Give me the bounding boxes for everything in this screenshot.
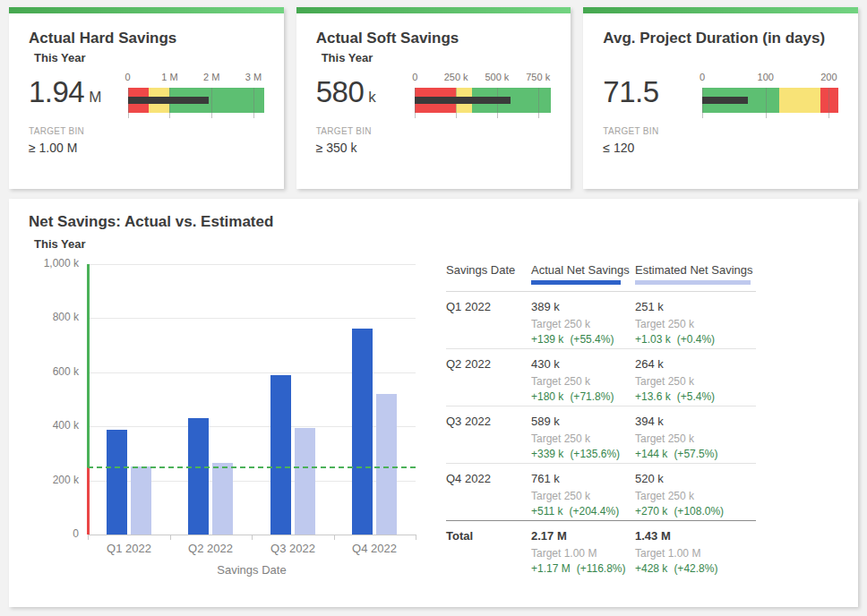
delta-percent: (+135.6%): [570, 448, 620, 460]
estimated-cell: 1.43 MTarget 1.00 M+428 k(+42.8%): [626, 529, 756, 578]
metric-value: 761 k: [531, 472, 626, 485]
metric-delta: +13.6 k(+5.4%): [635, 390, 756, 403]
metric-value: 394 k: [635, 415, 756, 428]
bullet-tick-label: 0: [700, 72, 705, 82]
kpi-unit: k: [368, 89, 376, 106]
metric-delta: +180 k(+71.8%): [531, 390, 626, 403]
y-axis-label: 1,000 k: [9, 257, 79, 270]
bullet-tick-line: [211, 88, 212, 118]
metric-delta: +339 k(+135.6%): [531, 448, 626, 460]
bar-estimated-net-savings[interactable]: [295, 428, 315, 535]
target-bin-value: ≥ 1.00 M: [29, 141, 266, 155]
kpi-card-row: Actual Hard Savings This Year 1.94M 01 M…: [9, 7, 858, 189]
delta-absolute: +428 k: [635, 562, 667, 575]
bullet-tick-line: [828, 88, 829, 118]
bullet-axis-labels: 0100200: [702, 72, 838, 85]
delta-percent: (+42.8%): [674, 562, 717, 575]
actual-cell: 430 kTarget 250 k+180 k(+71.8%): [522, 357, 626, 406]
series-legend-underline: [531, 280, 621, 285]
delta-absolute: +270 k: [635, 505, 667, 518]
bullet-tick-line: [766, 88, 767, 118]
metric-value: 264 k: [635, 357, 756, 371]
estimated-cell: 394 kTarget 250 k+144 k(+57.5%): [626, 415, 756, 463]
gridline: [88, 318, 416, 319]
bullet-tick-label: 100: [758, 72, 774, 82]
target-bin-value: ≥ 350 k: [316, 141, 554, 155]
net-savings-panel[interactable]: Net Savings: Actual vs. Estimated This Y…: [9, 199, 858, 607]
row-label: Q2 2022: [446, 357, 522, 406]
bar-estimated-net-savings[interactable]: [131, 466, 151, 535]
table-row[interactable]: Q4 2022761 kTarget 250 k+511 k(+204.4%)5…: [446, 464, 756, 521]
table-row[interactable]: Q2 2022430 kTarget 250 k+180 k(+71.8%)26…: [446, 349, 756, 406]
target-bin-value: ≤ 120: [603, 141, 840, 155]
table-header-cell: Estimated Net Savings: [626, 263, 756, 285]
x-axis-label: Q3 2022: [253, 542, 333, 555]
x-axis-label: Q2 2022: [170, 542, 251, 555]
metric-target: Target 250 k: [531, 318, 626, 330]
metric-value: 520 k: [635, 472, 756, 485]
bullet-bar: [415, 88, 551, 113]
bar-estimated-net-savings[interactable]: [212, 463, 233, 535]
table-row[interactable]: Q3 2022589 kTarget 250 k+339 k(+135.6%)3…: [446, 406, 756, 464]
target-bin-label: TARGET BIN: [316, 126, 554, 136]
table-row[interactable]: Q1 2022389 kTarget 250 k+139 k(+55.4%)25…: [446, 292, 756, 349]
gridline: [88, 264, 416, 265]
metric-target: Target 250 k: [635, 318, 756, 330]
row-label: Total: [446, 529, 522, 578]
metric-delta: +511 k(+204.4%): [531, 505, 626, 518]
metric-target: Target 1.00 M: [635, 547, 756, 560]
actual-cell: 761 kTarget 250 k+511 k(+204.4%): [522, 472, 626, 520]
x-axis-label: Q4 2022: [334, 542, 415, 555]
kpi-subtitle: [603, 51, 840, 66]
net-savings-table: Savings DateActual Net SavingsEstimated …: [446, 263, 756, 578]
target-line: [88, 466, 416, 468]
metric-target: Target 1.00 M: [531, 547, 626, 560]
x-axis-label: Q1 2022: [89, 542, 169, 555]
bullet-chart: 0250 k500 k750 k: [415, 72, 551, 113]
metric-delta: +1.03 k(+0.4%): [635, 333, 756, 346]
metric-value: 430 k: [531, 357, 626, 371]
table-header-row: Savings DateActual Net SavingsEstimated …: [446, 263, 756, 292]
table-row[interactable]: Total2.17 MTarget 1.00 M+1.17 M(+116.8%)…: [446, 521, 756, 578]
metric-delta: +270 k(+108.0%): [635, 505, 756, 518]
metric-target: Target 250 k: [635, 490, 756, 502]
bullet-bar: [702, 88, 838, 113]
delta-absolute: +1.17 M: [531, 562, 571, 575]
kpi-tile-actual-hard-savings[interactable]: Actual Hard Savings This Year 1.94M 01 M…: [9, 7, 284, 189]
y-axis-label: 200 k: [9, 474, 79, 486]
bullet-tick-label: 250 k: [444, 72, 468, 82]
bullet-tick-label: 200: [820, 72, 837, 82]
kpi-tile-avg-project-duration[interactable]: Avg. Project Duration (in days) 71.5 010…: [583, 7, 858, 189]
estimated-cell: 520 kTarget 250 k+270 k(+108.0%): [626, 472, 756, 520]
table-header-label: Savings Date: [446, 263, 515, 277]
bullet-tick-label: 750 k: [526, 72, 550, 82]
table-header-cell: Savings Date: [446, 263, 522, 285]
metric-delta: +428 k(+42.8%): [635, 562, 756, 575]
kpi-tile-actual-soft-savings[interactable]: Actual Soft Savings This Year 580k 0250 …: [296, 7, 571, 189]
target-bin-label: TARGET BIN: [29, 126, 266, 136]
bullet-chart: 0100200: [702, 72, 838, 113]
delta-percent: (+0.4%): [677, 333, 715, 346]
bullet-tick-label: 1 M: [161, 72, 177, 82]
delta-percent: (+116.8%): [577, 562, 626, 575]
estimated-cell: 264 kTarget 250 k+13.6 k(+5.4%): [626, 357, 756, 406]
bar-estimated-net-savings[interactable]: [376, 394, 397, 535]
bar-actual-net-savings[interactable]: [352, 329, 373, 535]
bar-actual-net-savings[interactable]: [188, 418, 209, 535]
metric-delta: +144 k(+57.5%): [635, 448, 756, 460]
tile-accent-strip: [296, 7, 571, 13]
delta-absolute: +13.6 k: [635, 390, 671, 403]
tile-accent-strip: [9, 7, 284, 13]
metric-target: Target 250 k: [531, 490, 626, 502]
table-header-label: Actual Net Savings: [531, 263, 630, 277]
bullet-tick-label: 500 k: [485, 72, 509, 82]
metric-delta: +139 k(+55.4%): [531, 333, 626, 346]
metric-value: 251 k: [635, 300, 756, 313]
metric-value: 1.43 M: [635, 529, 756, 543]
target-bin-label: TARGET BIN: [603, 126, 840, 136]
bullet-tick-label: 2 M: [203, 72, 219, 82]
series-legend-underline: [635, 280, 751, 285]
bar-actual-net-savings[interactable]: [270, 375, 291, 535]
kpi-subtitle: This Year: [29, 51, 266, 66]
bar-actual-net-savings[interactable]: [107, 430, 127, 535]
